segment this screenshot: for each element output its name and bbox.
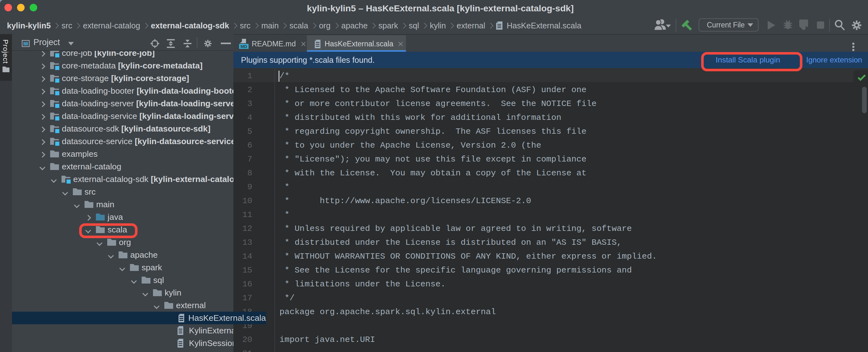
svg-text:MD: MD [241,44,247,49]
